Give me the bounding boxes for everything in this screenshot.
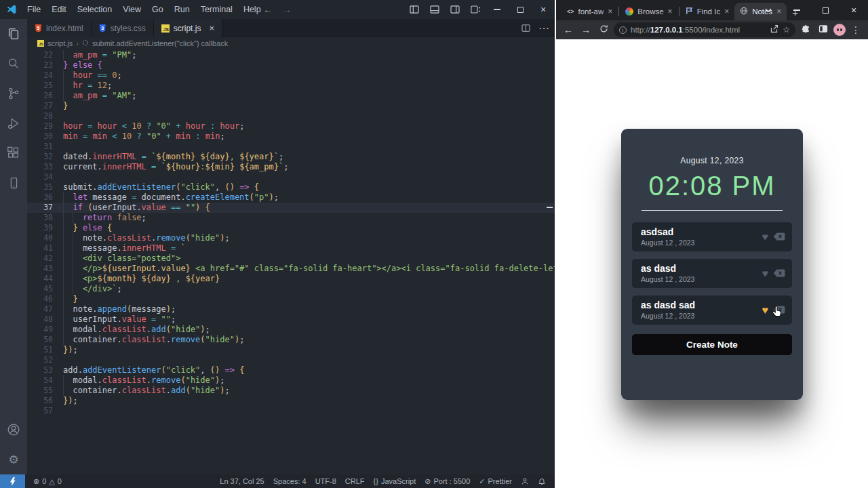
code-line[interactable]: 42<div class="posted"> bbox=[27, 253, 555, 264]
language-mode[interactable]: {} JavaScript bbox=[374, 477, 416, 485]
notifications-bell-icon[interactable] bbox=[538, 477, 546, 485]
code-line[interactable]: 41message.innerHTML = ` bbox=[27, 243, 555, 253]
remote-explorer-icon[interactable] bbox=[0, 168, 27, 198]
tab-index-html[interactable]: 5 index.html bbox=[27, 19, 92, 37]
menu-edit[interactable]: Edit bbox=[46, 0, 72, 19]
side-panel-icon[interactable] bbox=[816, 24, 831, 35]
share-icon[interactable] bbox=[770, 24, 778, 35]
toggle-sidebar-icon[interactable] bbox=[404, 0, 425, 19]
maximize-button[interactable] bbox=[509, 0, 532, 19]
code-line[interactable]: 23} else { bbox=[27, 60, 555, 70]
code-line[interactable]: 25hr = 12; bbox=[27, 81, 555, 91]
tab-styles-css[interactable]: 3 styles.css bbox=[92, 19, 154, 37]
prettier-status[interactable]: ✓ Prettier bbox=[479, 477, 512, 486]
delete-left-icon[interactable] bbox=[773, 268, 785, 280]
menu-help[interactable]: Help bbox=[238, 0, 267, 19]
code-line[interactable]: 39} else { bbox=[27, 223, 555, 233]
indentation[interactable]: Spaces: 4 bbox=[273, 477, 307, 485]
tab-search-chevron-icon[interactable] bbox=[754, 0, 783, 20]
code-line[interactable]: 29hour = hour < 10 ? "0" + hour : hour; bbox=[27, 121, 555, 131]
more-actions-icon[interactable]: ⋯ bbox=[538, 22, 549, 35]
heart-icon[interactable]: ♥ bbox=[762, 305, 769, 316]
site-info-icon[interactable]: i bbox=[619, 26, 627, 34]
browser-back-icon[interactable]: ← bbox=[561, 24, 576, 35]
heart-icon[interactable]: ♥ bbox=[762, 232, 769, 243]
code-line[interactable]: 38return false; bbox=[27, 213, 555, 223]
code-line[interactable]: 50container.classList.remove("hide"); bbox=[27, 335, 555, 345]
code-line[interactable]: 36let message = document.createElement("… bbox=[27, 192, 555, 203]
nav-forward-icon[interactable]: → bbox=[282, 0, 292, 19]
create-note-button[interactable]: Create Note bbox=[632, 334, 792, 355]
code-line[interactable]: 48userInput.value = ""; bbox=[27, 314, 555, 325]
code-editor[interactable]: 22am_pm = "PM";23} else {24hour == 0;25h… bbox=[27, 49, 555, 474]
breadcrumb[interactable]: JS script.js › submit.addEventListener("… bbox=[27, 37, 555, 49]
code-line[interactable]: 37if (userInput.value == "") { bbox=[27, 203, 555, 213]
menu-view[interactable]: View bbox=[117, 0, 146, 19]
code-line[interactable]: 44<p>${month} ${day} , ${year} bbox=[27, 274, 555, 284]
problems-indicator[interactable]: ⊗ 0 △ 0 bbox=[33, 477, 62, 486]
code-line[interactable]: 57 bbox=[27, 406, 555, 416]
menu-go[interactable]: Go bbox=[146, 0, 169, 19]
code-line[interactable]: 26am_pm = "AM"; bbox=[27, 91, 555, 101]
code-line[interactable]: 55container.classList.add("hide"); bbox=[27, 386, 555, 396]
code-line[interactable]: 43</p>${userInput.value} <a href="#" cla… bbox=[27, 264, 555, 274]
code-line[interactable]: 28 bbox=[27, 111, 555, 121]
heart-icon[interactable]: ♥ bbox=[762, 268, 769, 279]
account-icon[interactable] bbox=[0, 415, 27, 445]
browser-tab-find-icons[interactable]: Find Ic × bbox=[680, 3, 735, 20]
code-line[interactable]: 47note.append(message); bbox=[27, 304, 555, 314]
search-icon[interactable] bbox=[0, 49, 27, 79]
toggle-panel-icon[interactable] bbox=[425, 0, 445, 19]
delete-left-icon[interactable] bbox=[773, 231, 785, 243]
cursor-position[interactable]: Ln 37, Col 25 bbox=[220, 477, 264, 485]
code-line[interactable]: 56}); bbox=[27, 396, 555, 406]
menu-file[interactable]: File bbox=[22, 0, 46, 19]
code-line[interactable]: 31 bbox=[27, 142, 555, 152]
browser-tab-font-awesome[interactable]: <> font-aw × bbox=[561, 3, 618, 20]
tab-close-icon[interactable]: × bbox=[209, 23, 214, 33]
toggle-secondary-sidebar-icon[interactable] bbox=[445, 0, 465, 19]
remote-indicator[interactable] bbox=[0, 474, 25, 488]
source-control-icon[interactable] bbox=[0, 79, 27, 108]
split-editor-icon[interactable] bbox=[521, 22, 530, 35]
explorer-icon[interactable] bbox=[0, 19, 27, 49]
code-line[interactable]: 52 bbox=[27, 355, 555, 365]
address-bar[interactable]: i http://127.0.0.1:5500/index.html ☆ bbox=[614, 22, 795, 37]
code-line[interactable]: 49modal.classList.add("hide"); bbox=[27, 325, 555, 335]
code-line[interactable]: 45</div>`; bbox=[27, 284, 555, 294]
extensions-puzzle-icon[interactable] bbox=[798, 24, 813, 36]
extensions-icon[interactable] bbox=[0, 138, 27, 168]
tab-close-icon[interactable]: × bbox=[724, 7, 729, 16]
code-line[interactable]: 54modal.classList.remove("hide"); bbox=[27, 375, 555, 386]
tab-script-js[interactable]: JS script.js × bbox=[154, 19, 222, 37]
close-button[interactable]: × bbox=[532, 0, 555, 19]
browser-minimize-button[interactable] bbox=[783, 0, 811, 20]
menu-terminal[interactable]: Terminal bbox=[195, 0, 238, 19]
code-line[interactable]: 34 bbox=[27, 172, 555, 182]
code-line[interactable]: 32dated.innerHTML = `${month} ${day}, ${… bbox=[27, 152, 555, 162]
tab-close-icon[interactable]: × bbox=[668, 7, 673, 16]
browser-maximize-button[interactable] bbox=[811, 0, 840, 20]
code-line[interactable]: 33current.innerHTML = `${hour}:${min} ${… bbox=[27, 162, 555, 172]
minimize-button[interactable] bbox=[486, 0, 509, 19]
code-line[interactable]: 51}); bbox=[27, 345, 555, 355]
menu-selection[interactable]: Selection bbox=[72, 0, 117, 19]
encoding[interactable]: UTF-8 bbox=[315, 477, 336, 485]
tab-close-icon[interactable]: × bbox=[608, 7, 612, 16]
browser-tab-browse[interactable]: Browse × bbox=[620, 3, 677, 20]
run-debug-icon[interactable] bbox=[0, 108, 27, 138]
code-line[interactable]: 40note.classList.remove("hide"); bbox=[27, 233, 555, 243]
feedback-icon[interactable] bbox=[521, 477, 529, 485]
browser-close-button[interactable]: × bbox=[840, 0, 868, 20]
profile-avatar[interactable] bbox=[833, 24, 846, 36]
settings-gear-icon[interactable]: ⚙ bbox=[0, 445, 27, 474]
code-line[interactable]: 22am_pm = "PM"; bbox=[27, 50, 555, 60]
code-line[interactable]: 30min = min < 10 ? "0" + min : min; bbox=[27, 131, 555, 142]
code-line[interactable]: 53add.addEventListener("click", () => { bbox=[27, 365, 555, 375]
reload-icon[interactable] bbox=[596, 24, 611, 35]
live-server-port[interactable]: ⊘ Port : 5500 bbox=[425, 477, 470, 486]
customize-layout-icon[interactable] bbox=[465, 0, 486, 19]
browser-menu-icon[interactable]: ⋮ bbox=[848, 24, 863, 35]
bookmark-star-icon[interactable]: ☆ bbox=[783, 25, 790, 35]
code-line[interactable]: 24hour == 0; bbox=[27, 70, 555, 81]
